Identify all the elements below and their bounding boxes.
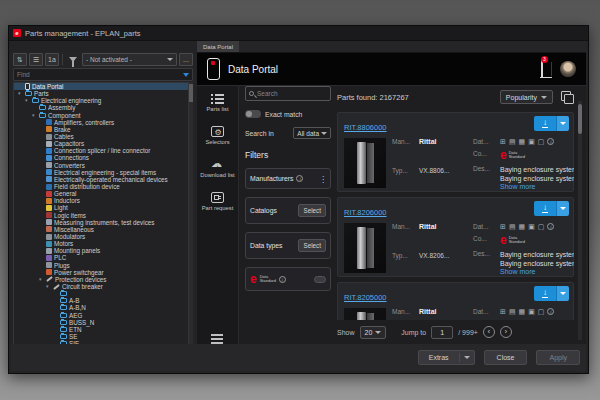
tree-item[interactable] — [14, 290, 188, 297]
tree-item[interactable]: Data Portal — [14, 83, 188, 90]
tree-item[interactable]: Motors — [14, 240, 188, 247]
info-icon[interactable]: i — [296, 175, 303, 182]
nav-download-list[interactable]: Download list — [197, 152, 238, 185]
next-page-button[interactable]: › — [500, 326, 512, 338]
tree-view-button[interactable]: ⇅ — [13, 53, 27, 66]
filter-scheme-dropdown[interactable]: - Not activated - — [82, 53, 177, 66]
extras-button[interactable]: Extras — [418, 350, 475, 365]
search-in-dropdown[interactable]: All data — [293, 127, 331, 139]
download-split-button[interactable]: ↓ — [534, 116, 569, 131]
data-standard-toggle[interactable] — [314, 276, 326, 283]
tree-item[interactable]: Light — [14, 204, 188, 211]
tree-item[interactable]: Plugs — [14, 262, 188, 269]
tree-item[interactable]: PLC — [14, 254, 188, 261]
tab-data-portal[interactable]: Data Portal — [197, 41, 239, 52]
apply-filter-icon[interactable] — [183, 73, 189, 77]
sort-alpha-button[interactable]: 1a — [45, 53, 59, 66]
tree-item[interactable]: Field distribution device — [14, 183, 188, 190]
close-button[interactable]: Close — [484, 350, 528, 365]
tree-item[interactable]: ▾Circuit breaker — [14, 283, 188, 290]
tree-item[interactable]: Modulators — [14, 233, 188, 240]
show-more-link[interactable]: Show more — [500, 268, 574, 275]
prev-page-button[interactable]: ‹ — [483, 326, 495, 338]
tree-item[interactable]: Inductors — [14, 197, 188, 204]
tree-item[interactable]: Connection splicer / line connector — [14, 147, 188, 154]
tree-item-label: Brake — [54, 126, 70, 133]
tree-item[interactable]: Cables — [14, 133, 188, 140]
nav-parts-list[interactable]: Parts list — [197, 86, 238, 119]
portal-search-input[interactable] — [257, 90, 327, 97]
apply-button[interactable]: Apply — [536, 350, 580, 365]
sort-dropdown[interactable]: Popularity — [500, 90, 553, 104]
tree-scrollbar-thumb[interactable] — [189, 84, 193, 102]
info-icon[interactable]: i — [279, 276, 286, 283]
download-icon[interactable]: ↓ — [534, 286, 556, 301]
download-icon[interactable]: ↓ — [534, 116, 556, 131]
page-number-input[interactable] — [431, 326, 453, 339]
info-icon[interactable]: i — [547, 138, 554, 145]
tree-item[interactable]: ▾Protection devices — [14, 276, 188, 283]
tree-item[interactable]: BUSS_N — [14, 319, 188, 326]
portal-nav-rail: Parts listSelectorsDownload listPart req… — [197, 86, 239, 344]
exact-match-toggle[interactable] — [245, 110, 261, 118]
tree-item[interactable]: Power switchgear — [14, 269, 188, 276]
results-scrollbar-thumb[interactable] — [578, 104, 582, 134]
menu-icon[interactable] — [211, 334, 223, 336]
tree-item[interactable]: SE — [14, 333, 188, 340]
tree-item[interactable]: A-B — [14, 297, 188, 304]
tree-item[interactable]: ▾Component — [14, 112, 188, 119]
tree-item[interactable]: Connections — [14, 154, 188, 161]
part-number-link[interactable]: RIT.8806000 — [344, 123, 387, 132]
tree-item[interactable]: Brake — [14, 126, 188, 133]
info-icon[interactable]: i — [547, 308, 554, 315]
tree-item[interactable]: A-B,N — [14, 304, 188, 311]
tree-item[interactable]: Miscellaneous — [14, 226, 188, 233]
view-settings-icon[interactable] — [561, 91, 574, 103]
part-number-link[interactable]: RIT.8205000 — [344, 293, 387, 302]
tree-item[interactable]: Mounting panels — [14, 247, 188, 254]
tree-item[interactable]: AEG — [14, 312, 188, 319]
notifications-button[interactable]: 3 — [541, 60, 543, 78]
manufacturers-filter-card[interactable]: Manufacturers i ⋮ — [245, 168, 331, 189]
tree-item[interactable]: ▾Electrical engineering — [14, 97, 188, 104]
expander-icon[interactable]: ▾ — [46, 284, 51, 289]
tree-item[interactable]: Logic items — [14, 212, 188, 219]
document-icon: ▢ — [538, 308, 545, 315]
tree-item[interactable]: Converters — [14, 162, 188, 169]
show-more-link[interactable]: Show more — [500, 183, 574, 190]
expander-icon[interactable]: ▾ — [25, 98, 30, 103]
tree-item[interactable]: Electrically-operated mechanical devices — [14, 176, 188, 183]
info-icon[interactable]: i — [547, 223, 554, 230]
nav-part-request[interactable]: Part request — [197, 185, 238, 218]
tree-item[interactable]: Measuring instruments, test devices — [14, 219, 188, 226]
tree-item[interactable]: Amplifiers, controllers — [14, 119, 188, 126]
tree-item[interactable]: General — [14, 190, 188, 197]
part-number-link[interactable]: RIT.8206000 — [344, 208, 387, 217]
find-input[interactable] — [17, 71, 183, 78]
expander-icon[interactable]: ▾ — [32, 113, 37, 118]
data-types-select-button[interactable]: Select — [298, 239, 326, 252]
expander-icon[interactable]: ▾ — [39, 277, 44, 282]
tree-item[interactable]: ▾Parts — [14, 90, 188, 97]
download-options-chevron[interactable] — [556, 286, 569, 301]
tree-item[interactable]: ETN — [14, 326, 188, 333]
nav-selectors[interactable]: Selectors — [197, 119, 238, 152]
download-split-button[interactable]: ↓ — [534, 201, 569, 216]
download-options-chevron[interactable] — [556, 201, 569, 216]
kebab-menu-icon[interactable]: ⋮ — [319, 174, 327, 183]
catalogs-select-button[interactable]: Select — [298, 204, 326, 217]
download-split-button[interactable]: ↓ — [534, 286, 569, 301]
expander-icon[interactable]: ▾ — [18, 91, 23, 96]
download-icon[interactable]: ↓ — [534, 201, 556, 216]
user-avatar[interactable] — [560, 61, 576, 77]
page-size-dropdown[interactable]: 20 — [360, 326, 387, 339]
tree-scrollbar[interactable] — [189, 82, 193, 355]
tree-item[interactable]: Capacitors — [14, 140, 188, 147]
results-scrollbar[interactable] — [578, 101, 582, 340]
filter-more-button[interactable]: ... — [179, 53, 193, 66]
tree-item[interactable]: Electrical engineering - special items — [14, 169, 188, 176]
tree-item[interactable]: Assembly — [14, 104, 188, 111]
filter-icon[interactable] — [69, 57, 77, 62]
download-options-chevron[interactable] — [556, 116, 569, 131]
list-view-button[interactable]: ☰ — [29, 53, 43, 66]
